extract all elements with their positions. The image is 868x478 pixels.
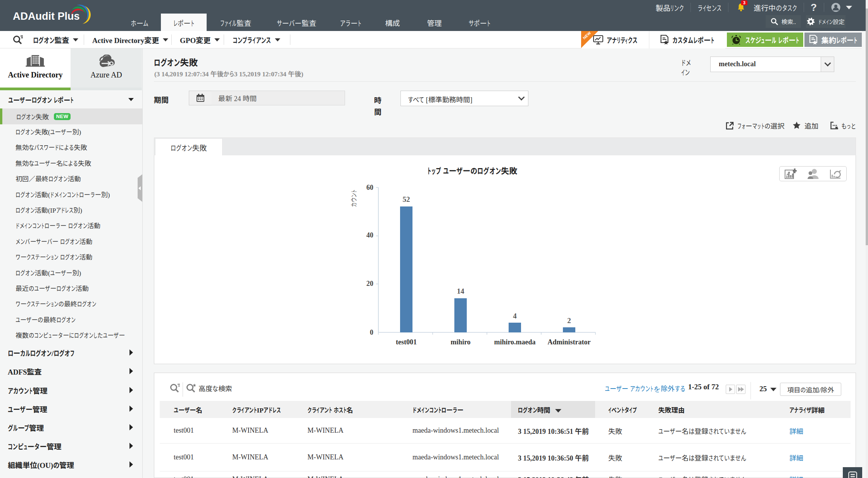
svg-text:カウント: カウント <box>349 190 358 207</box>
svg-text:3: 3 <box>743 0 745 5</box>
svg-text:4: 4 <box>513 312 517 320</box>
svg-text:mihiro.maeda: mihiro.maeda <box>494 338 535 346</box>
svg-text:40: 40 <box>366 231 373 239</box>
svg-text:Administrator: Administrator <box>548 338 591 346</box>
svg-text:2: 2 <box>567 316 571 325</box>
svg-text:60: 60 <box>366 184 373 191</box>
svg-text:0: 0 <box>370 328 373 336</box>
svg-text:test001: test001 <box>396 338 417 346</box>
svg-text:14: 14 <box>457 287 465 295</box>
svg-text:52: 52 <box>403 195 410 203</box>
svg-text:mihiro: mihiro <box>450 338 471 346</box>
svg-text:20: 20 <box>366 280 373 287</box>
